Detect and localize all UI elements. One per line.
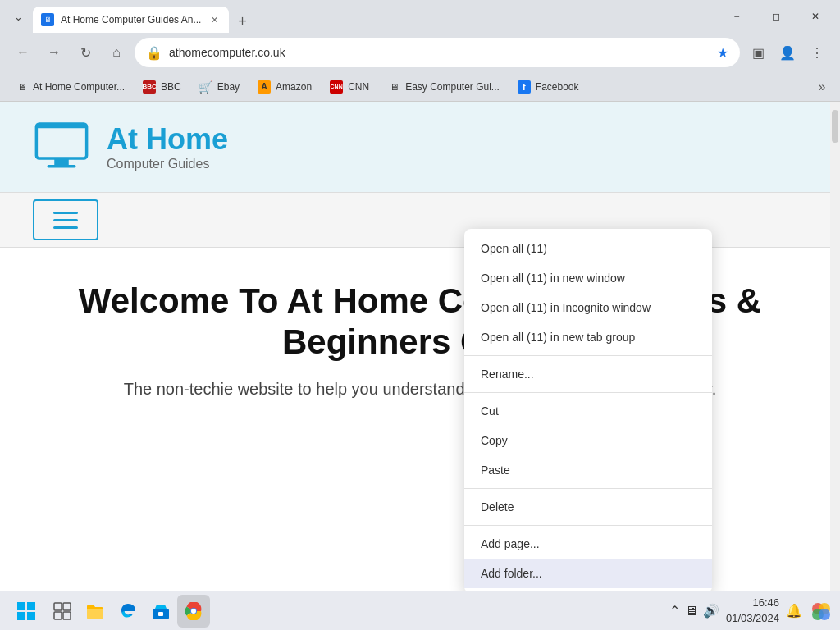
store-button[interactable] <box>144 595 177 628</box>
svg-rect-9 <box>54 603 62 610</box>
edge-button[interactable] <box>112 595 144 628</box>
home-button[interactable]: ⌂ <box>103 39 130 66</box>
bookmarks-bar: 🖥 At Home Computer... BBC BBC 🛒 Ebay A A… <box>0 72 840 102</box>
chrome-button[interactable] <box>177 595 210 628</box>
svg-rect-0 <box>36 124 86 158</box>
hamburger-line-1 <box>53 212 78 214</box>
svg-rect-5 <box>17 602 25 610</box>
svg-rect-3 <box>48 165 76 168</box>
bookmark-amazon[interactable]: A Amazon <box>249 75 320 98</box>
bookmark-label-cnn: CNN <box>348 81 369 93</box>
bookmark-bbc[interactable]: BBC BBC <box>135 75 189 98</box>
taskbar-system-icons: ⌃ 🖥 🔊 <box>669 603 719 619</box>
menu-item-copy[interactable]: Copy <box>464 426 712 455</box>
menu-item-open-all[interactable]: Open all (11) <box>464 234 712 263</box>
bookmark-favicon-bbc: BBC <box>143 80 156 94</box>
menu-divider-3 <box>464 488 712 489</box>
svg-rect-2 <box>54 158 69 166</box>
svg-point-18 <box>191 609 196 614</box>
menu-item-open-all-window[interactable]: Open all (11) in new window <box>464 263 712 293</box>
bookmark-label-facebook: Facebook <box>536 81 579 93</box>
profile-button[interactable]: 👤 <box>774 39 801 66</box>
bookmark-label-ebay: Ebay <box>217 81 240 93</box>
taskbar-right: ⌃ 🖥 🔊 16:46 01/03/2024 🔔 <box>669 596 833 625</box>
bookmark-at-home[interactable]: 🖥 At Home Computer... <box>7 75 133 98</box>
back-button[interactable]: ← <box>10 39 36 66</box>
taskbar-network-icon[interactable]: 🖥 <box>685 604 698 619</box>
security-icon: 🔒 <box>146 45 162 61</box>
hamburger-line-3 <box>53 226 78 229</box>
start-button[interactable] <box>7 595 46 628</box>
menu-divider-1 <box>464 355 712 356</box>
site-header: At Home Computer Guides <box>0 102 840 192</box>
forward-button[interactable]: → <box>41 39 67 66</box>
title-bar: ⌄ 🖥 At Home Computer Guides An... ✕ + − … <box>0 0 840 33</box>
menu-item-rename[interactable]: Rename... <box>464 359 712 389</box>
reload-button[interactable]: ↻ <box>72 39 98 66</box>
menu-item-add-folder[interactable]: Add folder... <box>464 559 712 588</box>
bookmark-favicon-ebay: 🛒 <box>199 80 212 94</box>
bookmarks-more-button[interactable]: » <box>810 75 833 98</box>
menu-item-paste[interactable]: Paste <box>464 455 712 485</box>
address-bar[interactable]: 🔒 athomecomputer.co.uk ★ <box>135 38 740 67</box>
menu-divider-2 <box>464 392 712 393</box>
maximize-button[interactable]: ◻ <box>758 3 794 30</box>
bookmark-label-easy: Easy Computer Gui... <box>405 81 500 93</box>
taskbar-color-icon[interactable] <box>809 602 833 620</box>
file-explorer-button[interactable] <box>79 595 112 628</box>
taskbar-time[interactable]: 16:46 01/03/2024 <box>726 596 779 625</box>
menu-item-open-all-tab-group[interactable]: Open all (11) in new tab group <box>464 322 712 352</box>
hero-section: Welcome To At Home Computer Guides & Beg… <box>0 248 840 434</box>
url-text: athomecomputer.co.uk <box>169 46 710 59</box>
close-button[interactable]: ✕ <box>797 3 833 30</box>
site-nav <box>0 192 840 248</box>
nav-bar: ← → ↻ ⌂ 🔒 athomecomputer.co.uk ★ ▣ 👤 ⋮ <box>0 33 840 72</box>
scrollbar-thumb[interactable] <box>832 110 838 143</box>
minimize-button[interactable]: − <box>719 3 755 30</box>
bookmark-favicon-amazon: A <box>258 80 271 94</box>
bookmark-star-icon[interactable]: ★ <box>717 45 728 61</box>
reader-mode-button[interactable]: ▣ <box>745 39 771 66</box>
tab-favicon: 🖥 <box>41 13 54 26</box>
hamburger-line-2 <box>53 219 78 221</box>
bookmark-label-at-home: At Home Computer... <box>33 81 125 93</box>
site-header-text: At Home Computer Guides <box>107 122 228 171</box>
svg-rect-6 <box>27 602 35 610</box>
menu-button[interactable]: ⋮ <box>804 39 830 66</box>
tab-scroll-left[interactable]: ⌄ <box>7 5 30 28</box>
tab-strip: 🖥 At Home Computer Guides An... ✕ + <box>33 0 709 33</box>
tab-close-button[interactable]: ✕ <box>208 13 221 26</box>
bookmark-cnn[interactable]: CNN CNN <box>322 75 377 98</box>
page-inner: At Home Computer Guides Welcome To At Ho… <box>0 102 840 591</box>
bookmark-ebay[interactable]: 🛒 Ebay <box>191 75 248 98</box>
taskbar-volume-icon[interactable]: 🔊 <box>703 603 719 619</box>
bookmark-label-bbc: BBC <box>161 81 181 93</box>
taskbar-up-arrow[interactable]: ⌃ <box>669 603 680 619</box>
svg-rect-12 <box>63 612 71 619</box>
menu-item-cut[interactable]: Cut <box>464 396 712 426</box>
bookmark-favicon-cnn: CNN <box>330 80 343 94</box>
bookmark-easy[interactable]: 🖥 Easy Computer Gui... <box>379 75 508 98</box>
menu-item-open-all-incognito[interactable]: Open all (11) in Incognito window <box>464 293 712 322</box>
browser-window: ⌄ 🖥 At Home Computer Guides An... ✕ + − … <box>0 0 840 630</box>
menu-item-add-page[interactable]: Add page... <box>464 529 712 559</box>
active-tab[interactable]: 🖥 At Home Computer Guides An... ✕ <box>33 7 229 33</box>
nav-actions: ▣ 👤 ⋮ <box>745 39 830 66</box>
svg-point-22 <box>819 609 830 620</box>
bookmark-favicon-facebook: f <box>518 80 531 94</box>
new-tab-button[interactable]: + <box>231 10 253 33</box>
menu-divider-4 <box>464 525 712 526</box>
svg-rect-13 <box>87 609 103 619</box>
menu-item-delete[interactable]: Delete <box>464 492 712 522</box>
bookmark-facebook[interactable]: f Facebook <box>509 75 587 98</box>
scrollbar[interactable] <box>830 102 840 591</box>
svg-rect-11 <box>54 612 62 619</box>
svg-rect-8 <box>27 612 35 620</box>
task-view-button[interactable] <box>46 595 79 628</box>
site-title: At Home <box>107 122 228 157</box>
svg-rect-15 <box>158 612 163 616</box>
taskbar-notification-icon[interactable]: 🔔 <box>786 603 802 619</box>
site-subtitle: Computer Guides <box>107 157 228 171</box>
hamburger-button[interactable] <box>33 199 98 240</box>
bookmark-label-amazon: Amazon <box>276 81 312 93</box>
